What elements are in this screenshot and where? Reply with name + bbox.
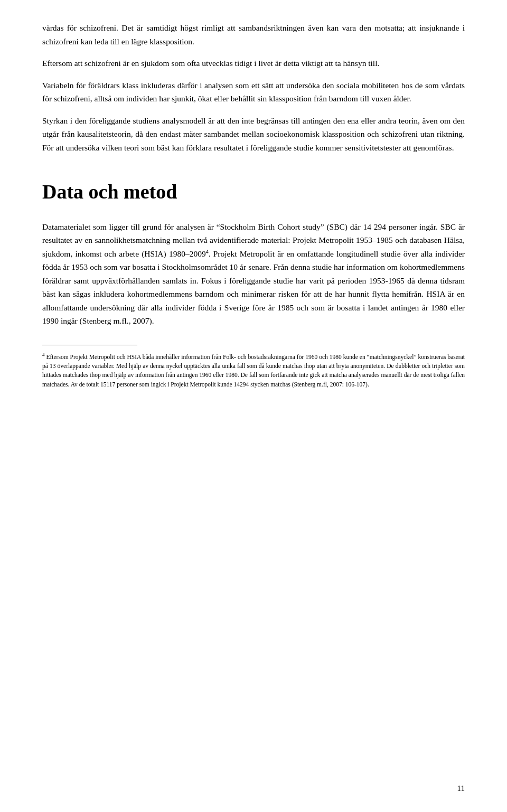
paragraph-3: Variabeln för föräldrars klass inkludera… — [42, 79, 465, 106]
footnote-4: 4 Eftersom Projekt Metropolit och HSIA b… — [42, 352, 465, 389]
paragraph-4: Styrkan i den föreliggande studiens anal… — [42, 114, 465, 155]
footnote-ref-4: 4 — [206, 248, 209, 254]
paragraph-2: Eftersom att schizofreni är en sjukdom s… — [42, 56, 465, 70]
paragraph-1: vårdas för schizofreni. Det är samtidigt… — [42, 21, 465, 48]
section-heading-data-och-metod: Data och metod — [42, 180, 465, 203]
page-container: vårdas för schizofreni. Det är samtidigt… — [0, 0, 507, 812]
section-paragraph-1: Datamaterialet som ligger till grund för… — [42, 220, 465, 328]
footnote-number-4: 4 — [42, 352, 45, 357]
page-number: 11 — [457, 784, 465, 793]
footnote-divider — [42, 345, 137, 345]
